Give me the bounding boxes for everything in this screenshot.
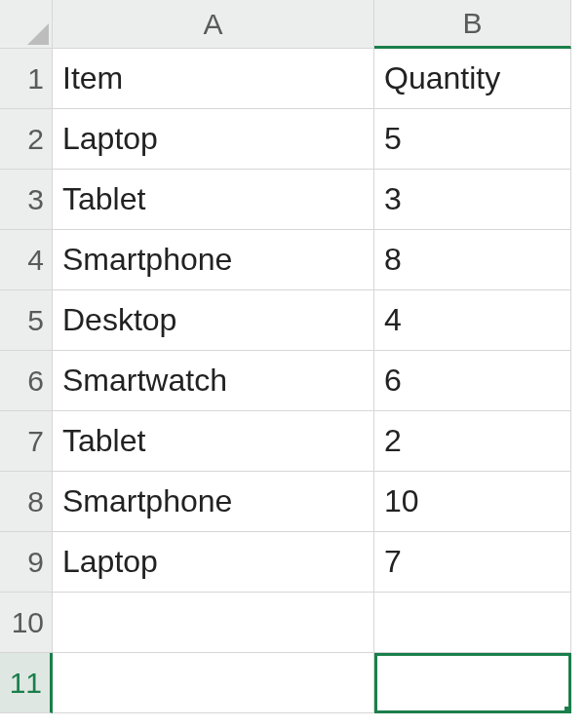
row-header-11[interactable]: 11 [0, 653, 53, 713]
cell-B9[interactable]: 7 [374, 532, 571, 593]
row-header-6[interactable]: 6 [0, 351, 53, 411]
row-header-3[interactable]: 3 [0, 170, 53, 230]
row-header-1[interactable]: 1 [0, 49, 53, 109]
cell-B4[interactable]: 8 [374, 230, 571, 290]
cell-A4[interactable]: Smartphone [53, 230, 374, 290]
cell-A11[interactable] [53, 653, 374, 713]
cell-B6[interactable]: 6 [374, 351, 571, 411]
cell-A6[interactable]: Smartwatch [53, 351, 374, 411]
cell-B10[interactable] [374, 593, 571, 653]
cell-B2[interactable]: 5 [374, 109, 571, 170]
cell-B5[interactable]: 4 [374, 290, 571, 351]
cell-A7[interactable]: Tablet [53, 411, 374, 472]
spreadsheet-grid[interactable]: A B 1 Item Quantity 2 Laptop 5 3 Tablet … [0, 0, 585, 728]
row-header-10[interactable]: 10 [0, 593, 53, 653]
cell-A10[interactable] [53, 593, 374, 653]
col-header-B[interactable]: B [374, 0, 571, 49]
cell-A1[interactable]: Item [53, 49, 374, 109]
col-edge [571, 0, 585, 49]
row-header-5[interactable]: 5 [0, 290, 53, 351]
cell-A5[interactable]: Desktop [53, 290, 374, 351]
cell-B3[interactable]: 3 [374, 170, 571, 230]
cell-A9[interactable]: Laptop [53, 532, 374, 593]
row-header-2[interactable]: 2 [0, 109, 53, 170]
cell-B11[interactable] [374, 653, 571, 713]
cell-B8[interactable]: 10 [374, 472, 571, 532]
row-header-7[interactable]: 7 [0, 411, 53, 472]
col-header-A[interactable]: A [53, 0, 374, 49]
cell-A8[interactable]: Smartphone [53, 472, 374, 532]
select-all-corner[interactable] [0, 0, 53, 49]
row-header-8[interactable]: 8 [0, 472, 53, 532]
row-header-9[interactable]: 9 [0, 532, 53, 593]
cell-A2[interactable]: Laptop [53, 109, 374, 170]
cell-B1[interactable]: Quantity [374, 49, 571, 109]
cell-B7[interactable]: 2 [374, 411, 571, 472]
row-header-4[interactable]: 4 [0, 230, 53, 290]
cell-A3[interactable]: Tablet [53, 170, 374, 230]
